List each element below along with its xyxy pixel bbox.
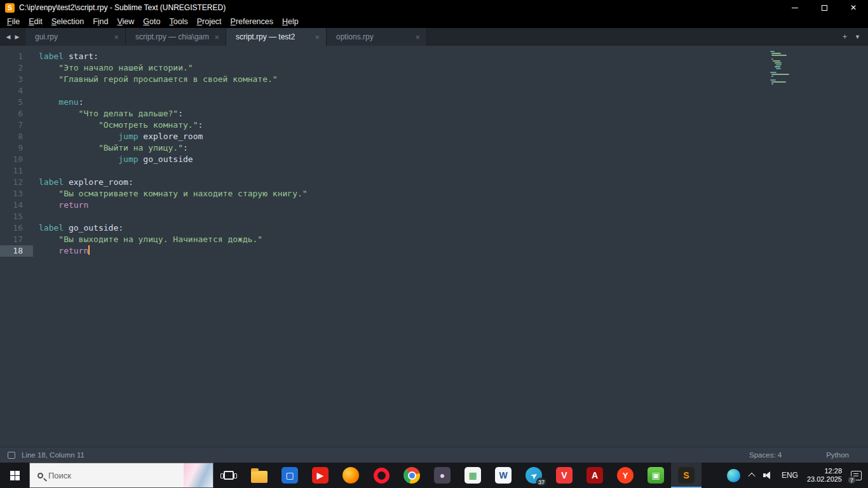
sublime-text-icon[interactable]: S: [671, 463, 702, 488]
spreadsheet-app-glyph: ▦: [465, 467, 481, 484]
menu-item-selection[interactable]: Selection: [47, 17, 88, 26]
code-line: 14 return: [0, 200, 868, 211]
line-number: 13: [0, 188, 33, 200]
indent-setting[interactable]: Spaces: 4: [749, 451, 782, 459]
code-line: 9 "Выйти на улицу.":: [0, 142, 868, 154]
maximize-button[interactable]: [810, 0, 839, 15]
menu-item-find[interactable]: Find: [88, 17, 112, 26]
spreadsheet-app-icon[interactable]: ▦: [458, 463, 488, 488]
tab-label: script.rpy — test2: [236, 32, 295, 41]
tab-scroll-left-icon[interactable]: ◀: [6, 34, 11, 40]
youtube-icon[interactable]: ▶: [305, 463, 336, 488]
telegram-icon[interactable]: ➤37: [519, 463, 549, 488]
line-number: 3: [0, 74, 33, 85]
menu-item-view[interactable]: View: [112, 17, 139, 26]
code-line: 7 "Осмотреть комнату.":: [0, 119, 868, 131]
code-line: 13 "Вы осматриваете комнату и находите с…: [0, 188, 868, 200]
gimp-icon[interactable]: ●: [427, 463, 458, 488]
menu-bar: FileEditSelectionFindViewGotoToolsProjec…: [0, 15, 868, 28]
tab-close-icon[interactable]: ×: [315, 32, 320, 42]
tab-overflow-button[interactable]: ▼: [855, 34, 860, 40]
tab-scroll-controls: ◀ ▶: [0, 28, 25, 46]
yandex-browser-icon[interactable]: Y: [610, 463, 641, 488]
menu-item-preferences[interactable]: Preferences: [226, 17, 278, 26]
code-line: 15: [0, 211, 868, 222]
vivaldi-icon[interactable]: V: [549, 463, 580, 488]
acrobat-icon[interactable]: A: [580, 463, 610, 488]
line-number: 16: [0, 222, 33, 234]
line-number: 17: [0, 234, 33, 245]
sublime-text-window: S C:\ip\renpy\test2\script.rpy - Sublime…: [0, 0, 868, 488]
line-number: 10: [0, 154, 33, 165]
tab-options.rpy[interactable]: options.rpy×: [327, 28, 427, 46]
green-app-icon[interactable]: ▣: [641, 463, 671, 488]
line-number: 8: [0, 131, 33, 142]
tab-close-icon[interactable]: ×: [114, 32, 119, 42]
syntax-mode[interactable]: Python: [826, 451, 849, 459]
green-app-glyph: ▣: [648, 467, 664, 484]
photos-app-icon[interactable]: ▢: [275, 463, 305, 488]
menu-item-edit[interactable]: Edit: [24, 17, 47, 26]
code-line: 6 "Что делать дальше?":: [0, 108, 868, 119]
sublime-text-glyph: S: [678, 467, 695, 484]
panel-toggle-icon[interactable]: [8, 452, 15, 459]
start-button[interactable]: [0, 463, 29, 488]
word-app-icon[interactable]: W: [488, 463, 519, 488]
clock[interactable]: 12:28 23.02.2025: [803, 463, 846, 488]
tab-script.rpy-test2[interactable]: script.rpy — test2×: [226, 28, 327, 46]
line-number: 15: [0, 211, 33, 222]
code-line: 18 return: [0, 245, 868, 257]
tab-label: script.rpy — chia\game: [135, 32, 209, 41]
browser-tray-icon: [727, 469, 740, 482]
search-icon: [37, 473, 43, 478]
acrobat-glyph: A: [587, 467, 603, 484]
window-title: C:\ip\renpy\test2\script.rpy - Sublime T…: [19, 3, 780, 12]
tab-close-icon[interactable]: ×: [415, 32, 420, 42]
task-view-button[interactable]: [214, 463, 244, 488]
code-line: 3 "Главный герой просыпается в своей ком…: [0, 74, 868, 85]
chrome-icon[interactable]: [397, 463, 427, 488]
status-bar: Line 18, Column 11 Spaces: 4 Python: [0, 447, 868, 463]
photos-app-glyph: ▢: [281, 467, 298, 484]
window-controls: ✕: [780, 0, 868, 15]
code-line: 4: [0, 85, 868, 97]
search-decoration-image: [184, 463, 213, 487]
cursor-position[interactable]: Line 18, Column 11: [22, 451, 85, 459]
tabs: gui.rpy×script.rpy — chia\game×script.rp…: [25, 28, 427, 46]
firefox-glyph: [342, 467, 359, 484]
volume-button[interactable]: [759, 463, 777, 488]
code-editor[interactable]: 1label start:2 "Это начало нашей истории…: [0, 46, 868, 447]
tray-browser-button[interactable]: [722, 463, 745, 488]
menu-item-tools[interactable]: Tools: [165, 17, 192, 26]
code-line: 1label start:: [0, 51, 868, 62]
tab-script.rpy-chia-game[interactable]: script.rpy — chia\game×: [126, 28, 226, 46]
new-tab-button[interactable]: +: [843, 32, 847, 41]
code-line: 5 menu:: [0, 97, 868, 108]
tab-label: gui.rpy: [35, 32, 58, 41]
tab-close-icon[interactable]: ×: [214, 32, 219, 42]
tray-overflow-button[interactable]: [745, 463, 759, 488]
file-explorer-icon[interactable]: [244, 463, 275, 488]
taskbar-search[interactable]: Поиск: [29, 463, 214, 488]
minimap[interactable]: [770, 51, 808, 85]
opera-icon[interactable]: [366, 463, 397, 488]
tab-scroll-right-icon[interactable]: ▶: [15, 34, 20, 40]
tabbar-right-controls: + ▼: [835, 28, 868, 46]
tab-gui.rpy[interactable]: gui.rpy×: [25, 28, 126, 46]
menu-item-file[interactable]: File: [3, 17, 24, 26]
action-center-button[interactable]: 7: [846, 463, 868, 488]
line-number: 5: [0, 97, 33, 108]
menu-item-help[interactable]: Help: [278, 17, 303, 26]
menu-item-goto[interactable]: Goto: [139, 17, 165, 26]
line-number: 12: [0, 177, 33, 188]
menu-item-project[interactable]: Project: [193, 17, 226, 26]
language-indicator[interactable]: ENG: [777, 463, 803, 488]
firefox-icon[interactable]: [336, 463, 366, 488]
tray-time: 12:28: [807, 467, 842, 475]
code-line: 2 "Это начало нашей истории.": [0, 62, 868, 74]
maximize-icon: [822, 5, 827, 11]
close-button[interactable]: ✕: [839, 0, 868, 15]
line-number: 9: [0, 142, 33, 154]
minimize-button[interactable]: [780, 0, 810, 15]
task-view-icon: [224, 471, 234, 480]
